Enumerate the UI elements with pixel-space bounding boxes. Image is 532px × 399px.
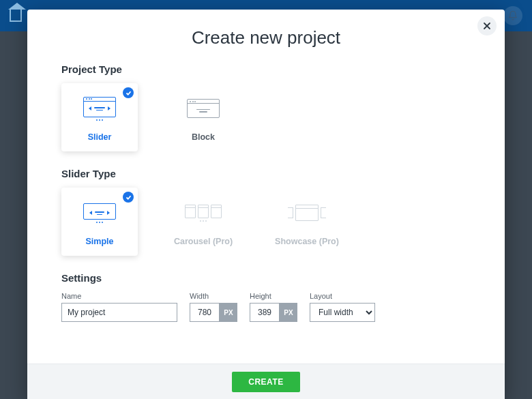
- notifications-button[interactable]: [503, 6, 522, 25]
- field-layout: Layout Full width: [310, 292, 375, 322]
- home-icon[interactable]: [10, 10, 22, 22]
- card-label: Carousel (Pro): [174, 237, 233, 246]
- card-label: Slider: [88, 132, 112, 142]
- height-input[interactable]: [250, 303, 280, 322]
- height-label: Height: [250, 292, 297, 300]
- name-input[interactable]: [61, 303, 177, 322]
- section-heading-project-type: Project Type: [61, 63, 471, 75]
- field-height: Height PX: [250, 292, 297, 322]
- name-label: Name: [61, 292, 177, 300]
- card-label: Simple: [86, 237, 114, 246]
- section-heading-settings: Settings: [61, 272, 471, 284]
- slider-type-simple[interactable]: Simple: [61, 188, 138, 256]
- card-label: Showcase (Pro): [275, 237, 339, 246]
- create-button[interactable]: CREATE: [232, 372, 299, 392]
- section-heading-slider-type: Slider Type: [61, 168, 471, 179]
- layout-select[interactable]: Full width: [310, 303, 375, 322]
- width-label: Width: [190, 292, 237, 300]
- modal-body: Create new project Project Type: [27, 10, 505, 364]
- card-label: Block: [192, 132, 215, 142]
- slider-icon: [83, 94, 116, 123]
- close-icon: [483, 22, 491, 30]
- create-project-modal: Create new project Project Type: [27, 10, 505, 399]
- project-type-slider[interactable]: Slider: [61, 83, 138, 151]
- selected-check-icon: [123, 192, 134, 203]
- project-type-block[interactable]: Block: [165, 83, 241, 151]
- slider-type-options: Simple Carousel (Pro): [61, 188, 471, 256]
- field-name: Name: [61, 292, 177, 322]
- slider-type-carousel: Carousel (Pro): [165, 188, 241, 256]
- modal-title: Create new project: [61, 27, 471, 48]
- simple-icon: [83, 198, 116, 227]
- block-icon: [187, 94, 220, 123]
- showcase-icon: [288, 198, 326, 227]
- settings-row: Name Width PX Height PX Layout: [61, 292, 471, 322]
- modal-footer: CREATE: [27, 364, 505, 399]
- layout-label: Layout: [310, 292, 375, 300]
- width-unit: PX: [220, 303, 237, 322]
- slider-type-showcase: Showcase (Pro): [269, 188, 345, 256]
- width-input[interactable]: [190, 303, 220, 322]
- bell-icon: [507, 10, 518, 21]
- height-unit: PX: [280, 303, 297, 322]
- project-type-options: Slider Block: [61, 83, 471, 151]
- carousel-icon: [185, 198, 222, 227]
- close-button[interactable]: [477, 16, 497, 35]
- field-width: Width PX: [190, 292, 237, 322]
- selected-check-icon: [123, 87, 134, 98]
